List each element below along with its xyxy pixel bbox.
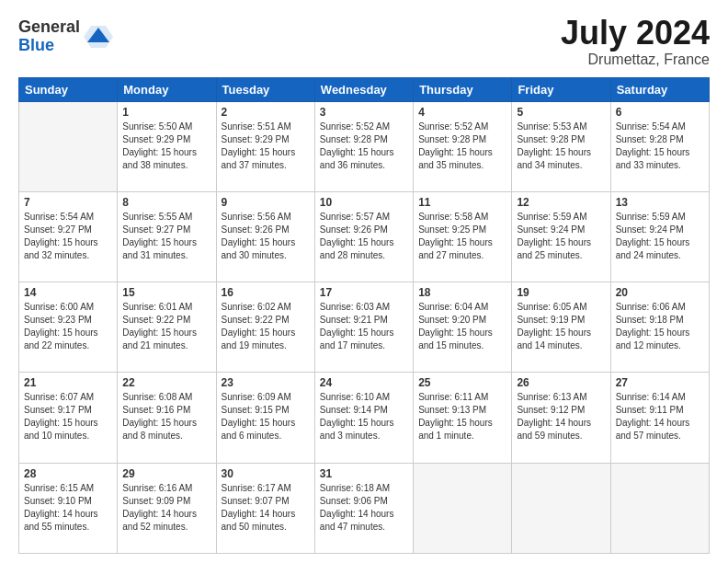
calendar-cell bbox=[610, 463, 709, 553]
calendar-cell: 19Sunrise: 6:05 AM Sunset: 9:19 PM Dayli… bbox=[512, 282, 610, 373]
day-number: 6 bbox=[616, 106, 704, 119]
day-info: Sunrise: 5:52 AM Sunset: 9:28 PM Dayligh… bbox=[418, 121, 506, 172]
calendar-cell bbox=[512, 463, 610, 553]
day-info: Sunrise: 6:02 AM Sunset: 9:22 PM Dayligh… bbox=[222, 301, 310, 352]
logo-text: General Blue bbox=[18, 18, 80, 55]
day-number: 13 bbox=[616, 196, 704, 209]
day-number: 15 bbox=[122, 286, 210, 299]
day-info: Sunrise: 5:52 AM Sunset: 9:28 PM Dayligh… bbox=[320, 121, 408, 172]
calendar-cell: 17Sunrise: 6:03 AM Sunset: 9:21 PM Dayli… bbox=[314, 282, 413, 373]
day-number: 11 bbox=[418, 196, 506, 209]
calendar-cell: 1Sunrise: 5:50 AM Sunset: 9:29 PM Daylig… bbox=[118, 101, 216, 191]
calendar-cell: 5Sunrise: 5:53 AM Sunset: 9:28 PM Daylig… bbox=[512, 101, 610, 191]
calendar-header-saturday: Saturday bbox=[610, 77, 709, 101]
day-number: 22 bbox=[122, 376, 210, 389]
day-number: 26 bbox=[517, 376, 605, 389]
day-number: 1 bbox=[122, 106, 210, 119]
title-block: July 2024 Drumettaz, France bbox=[561, 15, 710, 68]
logo-icon bbox=[84, 22, 113, 52]
calendar-cell: 29Sunrise: 6:16 AM Sunset: 9:09 PM Dayli… bbox=[118, 463, 216, 553]
logo-general: General bbox=[18, 18, 80, 37]
calendar-cell: 9Sunrise: 5:56 AM Sunset: 9:26 PM Daylig… bbox=[216, 191, 314, 282]
calendar-cell: 21Sunrise: 6:07 AM Sunset: 9:17 PM Dayli… bbox=[19, 373, 118, 463]
calendar-header-friday: Friday bbox=[512, 77, 610, 101]
calendar-cell: 10Sunrise: 5:57 AM Sunset: 9:26 PM Dayli… bbox=[314, 191, 413, 282]
day-number: 9 bbox=[222, 196, 310, 209]
day-number: 21 bbox=[24, 376, 112, 389]
calendar-header-tuesday: Tuesday bbox=[216, 77, 314, 101]
calendar-cell: 31Sunrise: 6:18 AM Sunset: 9:06 PM Dayli… bbox=[314, 463, 413, 553]
calendar-cell: 30Sunrise: 6:17 AM Sunset: 9:07 PM Dayli… bbox=[216, 463, 314, 553]
day-info: Sunrise: 6:10 AM Sunset: 9:14 PM Dayligh… bbox=[320, 391, 408, 442]
day-number: 16 bbox=[222, 286, 310, 299]
calendar-cell: 6Sunrise: 5:54 AM Sunset: 9:28 PM Daylig… bbox=[610, 101, 709, 191]
day-number: 19 bbox=[517, 286, 605, 299]
day-info: Sunrise: 6:01 AM Sunset: 9:22 PM Dayligh… bbox=[122, 301, 210, 352]
day-number: 3 bbox=[320, 106, 408, 119]
day-info: Sunrise: 6:15 AM Sunset: 9:10 PM Dayligh… bbox=[24, 482, 112, 534]
day-info: Sunrise: 6:13 AM Sunset: 9:12 PM Dayligh… bbox=[517, 391, 605, 442]
calendar-cell: 11Sunrise: 5:58 AM Sunset: 9:25 PM Dayli… bbox=[414, 191, 512, 282]
day-info: Sunrise: 6:16 AM Sunset: 9:09 PM Dayligh… bbox=[122, 482, 210, 534]
day-info: Sunrise: 6:14 AM Sunset: 9:11 PM Dayligh… bbox=[616, 391, 704, 442]
calendar-cell: 16Sunrise: 6:02 AM Sunset: 9:22 PM Dayli… bbox=[216, 282, 314, 373]
day-info: Sunrise: 5:51 AM Sunset: 9:29 PM Dayligh… bbox=[222, 121, 310, 172]
day-info: Sunrise: 6:07 AM Sunset: 9:17 PM Dayligh… bbox=[24, 391, 112, 442]
day-number: 4 bbox=[418, 106, 506, 119]
day-info: Sunrise: 6:05 AM Sunset: 9:19 PM Dayligh… bbox=[517, 301, 605, 352]
day-number: 27 bbox=[616, 376, 704, 389]
logo-blue: Blue bbox=[18, 37, 80, 55]
day-number: 12 bbox=[517, 196, 605, 209]
calendar-cell: 4Sunrise: 5:52 AM Sunset: 9:28 PM Daylig… bbox=[414, 101, 512, 191]
day-number: 8 bbox=[122, 196, 210, 209]
day-number: 7 bbox=[24, 196, 112, 209]
day-number: 2 bbox=[222, 106, 310, 119]
calendar-table: SundayMondayTuesdayWednesdayThursdayFrid… bbox=[18, 77, 710, 554]
calendar-cell: 12Sunrise: 5:59 AM Sunset: 9:24 PM Dayli… bbox=[512, 191, 610, 282]
day-number: 30 bbox=[222, 467, 310, 480]
calendar-cell: 8Sunrise: 5:55 AM Sunset: 9:27 PM Daylig… bbox=[118, 191, 216, 282]
day-number: 25 bbox=[418, 376, 506, 389]
day-info: Sunrise: 6:08 AM Sunset: 9:16 PM Dayligh… bbox=[122, 391, 210, 442]
calendar-header-monday: Monday bbox=[118, 77, 216, 101]
day-info: Sunrise: 5:54 AM Sunset: 9:27 PM Dayligh… bbox=[24, 211, 112, 262]
day-number: 17 bbox=[320, 286, 408, 299]
calendar-week-3: 14Sunrise: 6:00 AM Sunset: 9:23 PM Dayli… bbox=[19, 282, 710, 373]
calendar-cell bbox=[414, 463, 512, 553]
day-info: Sunrise: 6:18 AM Sunset: 9:06 PM Dayligh… bbox=[320, 482, 408, 534]
day-number: 20 bbox=[616, 286, 704, 299]
day-number: 28 bbox=[24, 467, 112, 480]
calendar-week-2: 7Sunrise: 5:54 AM Sunset: 9:27 PM Daylig… bbox=[19, 191, 710, 282]
day-number: 29 bbox=[122, 467, 210, 480]
day-info: Sunrise: 6:06 AM Sunset: 9:18 PM Dayligh… bbox=[616, 301, 704, 352]
calendar-week-4: 21Sunrise: 6:07 AM Sunset: 9:17 PM Dayli… bbox=[19, 373, 710, 463]
calendar-cell: 22Sunrise: 6:08 AM Sunset: 9:16 PM Dayli… bbox=[118, 373, 216, 463]
calendar-cell: 23Sunrise: 6:09 AM Sunset: 9:15 PM Dayli… bbox=[216, 373, 314, 463]
calendar-cell: 15Sunrise: 6:01 AM Sunset: 9:22 PM Dayli… bbox=[118, 282, 216, 373]
header: General Blue July 2024 Drumettaz, France bbox=[18, 15, 710, 68]
day-info: Sunrise: 6:09 AM Sunset: 9:15 PM Dayligh… bbox=[222, 391, 310, 442]
day-info: Sunrise: 6:11 AM Sunset: 9:13 PM Dayligh… bbox=[418, 391, 506, 442]
day-number: 23 bbox=[222, 376, 310, 389]
day-info: Sunrise: 5:59 AM Sunset: 9:24 PM Dayligh… bbox=[517, 211, 605, 262]
day-info: Sunrise: 5:57 AM Sunset: 9:26 PM Dayligh… bbox=[320, 211, 408, 262]
page: General Blue July 2024 Drumettaz, France… bbox=[0, 0, 728, 563]
calendar-cell: 7Sunrise: 5:54 AM Sunset: 9:27 PM Daylig… bbox=[19, 191, 118, 282]
calendar-cell: 27Sunrise: 6:14 AM Sunset: 9:11 PM Dayli… bbox=[610, 373, 709, 463]
day-number: 5 bbox=[517, 106, 605, 119]
day-info: Sunrise: 5:53 AM Sunset: 9:28 PM Dayligh… bbox=[517, 121, 605, 172]
day-info: Sunrise: 5:58 AM Sunset: 9:25 PM Dayligh… bbox=[418, 211, 506, 262]
subtitle: Drumettaz, France bbox=[561, 52, 710, 68]
calendar-cell: 26Sunrise: 6:13 AM Sunset: 9:12 PM Dayli… bbox=[512, 373, 610, 463]
logo: General Blue bbox=[18, 18, 113, 55]
calendar-cell bbox=[19, 101, 118, 191]
calendar-week-5: 28Sunrise: 6:15 AM Sunset: 9:10 PM Dayli… bbox=[19, 463, 710, 553]
day-info: Sunrise: 6:04 AM Sunset: 9:20 PM Dayligh… bbox=[418, 301, 506, 352]
calendar-cell: 18Sunrise: 6:04 AM Sunset: 9:20 PM Dayli… bbox=[414, 282, 512, 373]
calendar-week-1: 1Sunrise: 5:50 AM Sunset: 9:29 PM Daylig… bbox=[19, 101, 710, 191]
day-info: Sunrise: 5:55 AM Sunset: 9:27 PM Dayligh… bbox=[122, 211, 210, 262]
calendar-cell: 28Sunrise: 6:15 AM Sunset: 9:10 PM Dayli… bbox=[19, 463, 118, 553]
day-number: 18 bbox=[418, 286, 506, 299]
day-info: Sunrise: 5:50 AM Sunset: 9:29 PM Dayligh… bbox=[122, 121, 210, 172]
calendar-cell: 24Sunrise: 6:10 AM Sunset: 9:14 PM Dayli… bbox=[314, 373, 413, 463]
